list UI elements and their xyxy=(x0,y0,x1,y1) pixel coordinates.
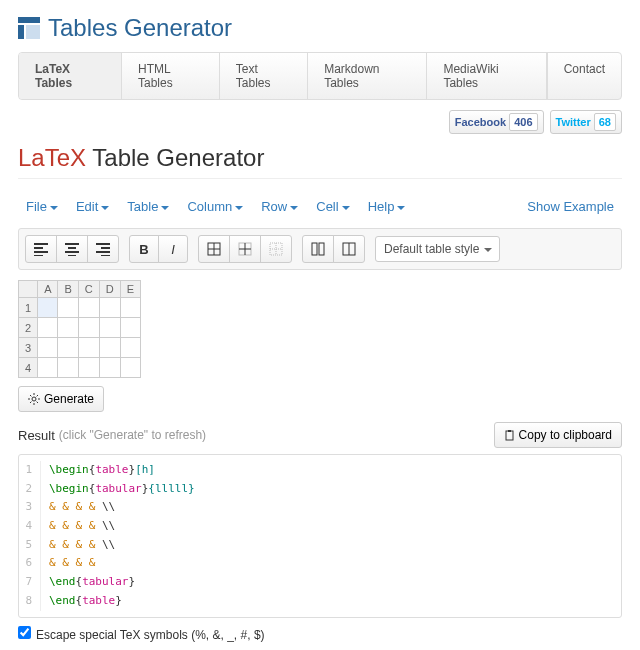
border-all-button[interactable] xyxy=(198,235,230,263)
tab-text-tables[interactable]: Text Tables xyxy=(220,53,308,99)
align-center-button[interactable] xyxy=(56,235,88,263)
page-title: LaTeX Table Generator xyxy=(18,144,622,179)
escape-checkbox[interactable] xyxy=(18,626,31,639)
code-output[interactable]: 1\begin{table}[h]2\begin{tabular}{lllll}… xyxy=(18,454,622,618)
toolbar: B I Default table style xyxy=(18,228,622,270)
tab-contact[interactable]: Contact xyxy=(547,53,621,99)
svg-rect-4 xyxy=(319,243,324,255)
row-header[interactable]: 4 xyxy=(19,358,38,378)
row-header[interactable]: 3 xyxy=(19,338,38,358)
clipboard-icon xyxy=(504,430,515,441)
align-left-button[interactable] xyxy=(25,235,57,263)
merge-cells-button[interactable] xyxy=(302,235,334,263)
social-bar: Facebook406 Twitter68 xyxy=(18,100,622,140)
cell[interactable] xyxy=(38,338,58,358)
cell[interactable] xyxy=(58,338,78,358)
svg-rect-8 xyxy=(508,430,511,432)
cell[interactable] xyxy=(120,358,140,378)
result-label: Result xyxy=(18,428,55,443)
col-header[interactable]: D xyxy=(99,281,120,298)
svg-point-6 xyxy=(32,397,36,401)
menubar: FileEditTableColumnRowCellHelpShow Examp… xyxy=(18,191,622,228)
cell[interactable] xyxy=(58,358,78,378)
main-tabs: LaTeX TablesHTML TablesText TablesMarkdo… xyxy=(18,52,622,100)
tab-html-tables[interactable]: HTML Tables xyxy=(122,53,220,99)
brand-title: Tables Generator xyxy=(48,14,232,42)
col-header[interactable]: B xyxy=(58,281,78,298)
menu-file[interactable]: File xyxy=(18,195,66,218)
generate-button[interactable]: Generate xyxy=(18,386,104,412)
cell[interactable] xyxy=(120,298,140,318)
result-hint: (click "Generate" to refresh) xyxy=(59,428,206,442)
cell[interactable] xyxy=(38,298,58,318)
cell[interactable] xyxy=(58,318,78,338)
twitter-count: 68 xyxy=(594,113,616,131)
row-header[interactable]: 2 xyxy=(19,318,38,338)
row-header[interactable]: 1 xyxy=(19,298,38,318)
menu-edit[interactable]: Edit xyxy=(68,195,117,218)
brand-header: Tables Generator xyxy=(18,0,622,52)
cell[interactable] xyxy=(120,318,140,338)
col-header[interactable]: E xyxy=(120,281,140,298)
menu-help[interactable]: Help xyxy=(360,195,414,218)
col-header[interactable]: C xyxy=(78,281,99,298)
cell[interactable] xyxy=(78,338,99,358)
cog-icon xyxy=(28,393,40,405)
cell[interactable] xyxy=(99,338,120,358)
border-inner-button[interactable] xyxy=(229,235,261,263)
svg-rect-7 xyxy=(506,431,513,440)
cell[interactable] xyxy=(78,358,99,378)
menu-column[interactable]: Column xyxy=(179,195,251,218)
logo-icon xyxy=(18,17,40,39)
table-style-select[interactable]: Default table style xyxy=(375,236,500,262)
col-header[interactable]: A xyxy=(38,281,58,298)
cell[interactable] xyxy=(38,358,58,378)
table-editor[interactable]: ABCDE1234 xyxy=(18,280,141,378)
border-none-button[interactable] xyxy=(260,235,292,263)
show-example-link[interactable]: Show Example xyxy=(519,195,622,218)
svg-rect-3 xyxy=(312,243,317,255)
align-right-button[interactable] xyxy=(87,235,119,263)
cell[interactable] xyxy=(99,318,120,338)
escape-checkbox-label[interactable]: Escape special TeX symbols (%, &, _, #, … xyxy=(18,628,265,642)
cell[interactable] xyxy=(38,318,58,338)
menu-table[interactable]: Table xyxy=(119,195,177,218)
tab-markdown-tables[interactable]: Markdown Tables xyxy=(308,53,427,99)
italic-button[interactable]: I xyxy=(158,235,188,263)
cell[interactable] xyxy=(78,298,99,318)
tab-latex-tables[interactable]: LaTeX Tables xyxy=(19,53,122,99)
split-cells-button[interactable] xyxy=(333,235,365,263)
tab-mediawiki-tables[interactable]: MediaWiki Tables xyxy=(427,53,546,99)
cell[interactable] xyxy=(99,358,120,378)
menu-row[interactable]: Row xyxy=(253,195,306,218)
cell[interactable] xyxy=(78,318,99,338)
bold-button[interactable]: B xyxy=(129,235,159,263)
menu-cell[interactable]: Cell xyxy=(308,195,357,218)
copy-button[interactable]: Copy to clipboard xyxy=(494,422,622,448)
cell[interactable] xyxy=(58,298,78,318)
facebook-count: 406 xyxy=(509,113,537,131)
twitter-button[interactable]: Twitter68 xyxy=(550,110,623,134)
facebook-button[interactable]: Facebook406 xyxy=(449,110,544,134)
cell[interactable] xyxy=(120,338,140,358)
cell[interactable] xyxy=(99,298,120,318)
